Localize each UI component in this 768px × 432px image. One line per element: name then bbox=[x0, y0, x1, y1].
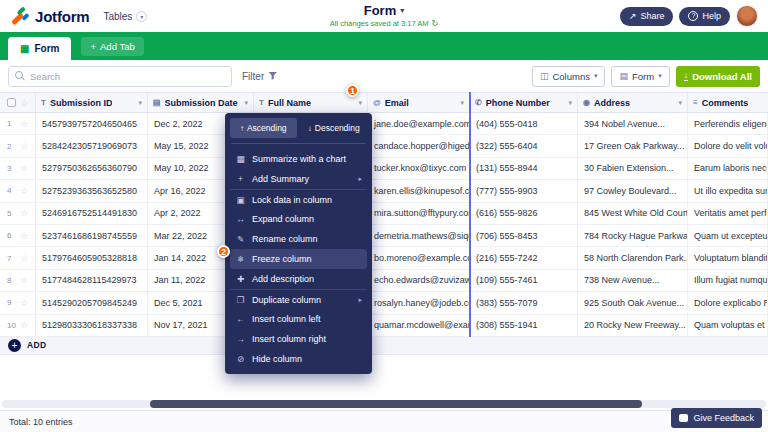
cell-address[interactable]: 58 North Clarendon Park... bbox=[578, 247, 688, 268]
select-all-checkbox[interactable] bbox=[7, 98, 16, 107]
cell-submission-id[interactable]: 5177484628115429973 bbox=[36, 270, 148, 291]
star-icon[interactable]: ☆ bbox=[20, 208, 28, 218]
cell-email[interactable]: rosalyn.haney@jodeb.com bbox=[368, 292, 470, 313]
table-row[interactable]: 2 ☆ 5284242305719069073 May 15, 2022 can… bbox=[0, 135, 768, 157]
cell-phone[interactable]: (777) 555-9903 bbox=[470, 180, 578, 201]
cell-phone[interactable]: (383) 555-7079 bbox=[470, 292, 578, 313]
column-menu-item[interactable]: ← Insert column left bbox=[230, 309, 367, 329]
column-menu-item[interactable]: ↔ Expand column bbox=[230, 209, 367, 229]
share-button[interactable]: ↗ Share bbox=[620, 7, 674, 26]
search-input[interactable] bbox=[30, 71, 225, 82]
star-icon[interactable]: ☆ bbox=[20, 186, 28, 196]
column-menu-item[interactable]: ▣ Lock data in column bbox=[230, 189, 367, 209]
column-menu-item[interactable]: ⊘ Hide column bbox=[230, 349, 367, 369]
sort-button[interactable]: ↑ Ascending bbox=[230, 118, 297, 138]
star-icon[interactable]: ☆ bbox=[20, 253, 28, 263]
cell-address[interactable]: 925 South Oak Avenue... bbox=[578, 292, 688, 313]
cell-address[interactable]: 30 Fabien Extension... bbox=[578, 158, 688, 179]
tables-menu-button[interactable]: Tables ▾ bbox=[103, 11, 147, 22]
star-icon[interactable]: ☆ bbox=[20, 320, 28, 330]
table-row[interactable]: 9 ☆ 5145290205709845249 Dec 5, 2021 rosa… bbox=[0, 292, 768, 314]
cell-comments[interactable]: Quam ut excepteur al... bbox=[688, 225, 768, 246]
cell-comments[interactable]: Voluptatum blanditiis... bbox=[688, 247, 768, 268]
column-menu-chevron[interactable]: ▾ bbox=[244, 99, 248, 107]
cell-email[interactable]: jane.doe@example.com bbox=[368, 113, 470, 134]
column-header-email[interactable]: @ Email ▾ bbox=[368, 93, 470, 112]
cell-submission-id[interactable]: 5275239363563652580 bbox=[36, 180, 148, 201]
add-tab-button[interactable]: + Add Tab bbox=[81, 37, 143, 56]
cell-phone[interactable]: (616) 555-9826 bbox=[470, 203, 578, 224]
avatar[interactable] bbox=[736, 5, 758, 27]
cell-phone[interactable]: (308) 555-1941 bbox=[470, 315, 578, 336]
add-row-button[interactable]: + ADD bbox=[0, 337, 768, 355]
cell-email[interactable]: demetria.mathews@siqe.c... bbox=[368, 225, 470, 246]
help-button[interactable]: ? Help bbox=[679, 7, 730, 26]
cell-comments[interactable]: Quam voluptas et vol... bbox=[688, 315, 768, 336]
cell-address[interactable]: 784 Rocky Hague Parkway... bbox=[578, 225, 688, 246]
column-menu-chevron[interactable]: ▾ bbox=[460, 99, 464, 107]
cell-comments[interactable]: Veritatis amet perfere... bbox=[688, 203, 768, 224]
form-view-button[interactable]: ▤ Form ▾ bbox=[611, 66, 669, 87]
star-icon[interactable]: ☆ bbox=[20, 275, 28, 285]
cell-email[interactable]: quamar.mcdowell@examp... bbox=[368, 315, 470, 336]
tab-form[interactable]: ▦ Form bbox=[8, 37, 71, 60]
cell-address[interactable]: 97 Cowley Boulevard... bbox=[578, 180, 688, 201]
column-menu-item[interactable]: ▦ Summarize with a chart bbox=[230, 149, 367, 169]
cell-submission-id[interactable]: 5284242305719069073 bbox=[36, 135, 148, 156]
cell-address[interactable]: 394 Nobel Avenue... bbox=[578, 113, 688, 134]
column-header-submission-id[interactable]: T Submission ID ▾ bbox=[36, 93, 148, 112]
table-row[interactable]: 7 ☆ 5179764605905328818 Jan 14, 2022 bo.… bbox=[0, 247, 768, 269]
cell-phone[interactable]: (706) 555-8453 bbox=[470, 225, 578, 246]
cell-comments[interactable]: Dolore do velit volupt... bbox=[688, 135, 768, 156]
cell-phone[interactable]: (216) 555-7242 bbox=[470, 247, 578, 268]
cell-address[interactable]: 17 Green Oak Parkway... bbox=[578, 135, 688, 156]
cell-submission-id[interactable]: 5179764605905328818 bbox=[36, 247, 148, 268]
column-header-comments[interactable]: ≡ Comments bbox=[688, 93, 768, 112]
title-chevron-icon[interactable]: ▾ bbox=[400, 6, 404, 15]
download-all-button[interactable]: ↓ Download All bbox=[676, 66, 760, 87]
column-menu-item[interactable]: ✎ Rename column bbox=[230, 229, 367, 249]
column-menu-item[interactable]: + Add Summary ▸ bbox=[230, 169, 367, 189]
cell-phone[interactable]: (131) 555-8944 bbox=[470, 158, 578, 179]
table-row[interactable]: 3 ☆ 5279750362656360790 May 10, 2022 tuc… bbox=[0, 158, 768, 180]
star-icon[interactable]: ☆ bbox=[20, 231, 28, 241]
cell-phone[interactable]: (322) 555-6404 bbox=[470, 135, 578, 156]
cell-comments[interactable]: Dolore explicabo Rer... bbox=[688, 292, 768, 313]
cell-address[interactable]: 738 New Avenue... bbox=[578, 270, 688, 291]
cell-email[interactable]: mira.sutton@fftypury.com bbox=[368, 203, 470, 224]
cell-submission-id[interactable]: 5246916752514491830 bbox=[36, 203, 148, 224]
star-icon[interactable]: ☆ bbox=[20, 298, 28, 308]
column-menu-chevron[interactable]: ▾ bbox=[678, 99, 682, 107]
scrollbar-thumb[interactable] bbox=[150, 400, 642, 408]
cell-phone[interactable]: (404) 555-0418 bbox=[470, 113, 578, 134]
columns-button[interactable]: ◫ Columns ▾ bbox=[532, 66, 606, 87]
column-menu-chevron[interactable]: ▾ bbox=[358, 99, 362, 107]
table-row[interactable]: 6 ☆ 5237461686198745559 Mar 22, 2022 dem… bbox=[0, 225, 768, 247]
cell-comments[interactable]: Perferendis eligendi e... bbox=[688, 113, 768, 134]
cell-submission-id[interactable]: 5279750362656360790 bbox=[36, 158, 148, 179]
column-menu-item[interactable]: ✚ Add description bbox=[230, 269, 367, 289]
cell-comments[interactable]: Earum laboris necessit... bbox=[688, 158, 768, 179]
column-header-phone[interactable]: ✆ Phone Number ▾ bbox=[470, 93, 578, 112]
table-row[interactable]: 1 ☆ 5457939757204650465 Dec 2, 2022 jane… bbox=[0, 113, 768, 135]
cell-email[interactable]: tucker.knox@tixyc.com bbox=[368, 158, 470, 179]
cell-address[interactable]: 20 Rocky New Freeway... bbox=[578, 315, 688, 336]
cell-email[interactable]: karen.ellis@kinupesof.com bbox=[368, 180, 470, 201]
sort-button[interactable]: ↓ Descending bbox=[301, 118, 368, 138]
cell-submission-id[interactable]: 5237461686198745559 bbox=[36, 225, 148, 246]
table-row[interactable]: 8 ☆ 5177484628115429973 Jan 11, 2022 ech… bbox=[0, 270, 768, 292]
column-menu-item[interactable]: ❄ Freeze column bbox=[230, 249, 367, 269]
jotform-logo[interactable]: Jotform bbox=[10, 6, 89, 26]
cell-submission-id[interactable]: 5145290205709845249 bbox=[36, 292, 148, 313]
column-menu-chevron[interactable]: ▾ bbox=[138, 99, 142, 107]
star-icon[interactable]: ☆ bbox=[20, 163, 28, 173]
cell-comments[interactable]: Illum fugiat numquam... bbox=[688, 270, 768, 291]
cell-email[interactable]: echo.edwards@zuvizawoq... bbox=[368, 270, 470, 291]
column-menu-chevron[interactable]: ▾ bbox=[568, 99, 572, 107]
table-row[interactable]: 4 ☆ 5275239363563652580 Apr 16, 2022 kar… bbox=[0, 180, 768, 202]
cell-address[interactable]: 845 West White Old Court... bbox=[578, 203, 688, 224]
table-row[interactable]: 10 ☆ 5129803330618337338 Nov 17, 2021 qu… bbox=[0, 315, 768, 337]
give-feedback-button[interactable]: Give Feedback bbox=[671, 408, 762, 428]
cell-submission-id[interactable]: 5129803330618337338 bbox=[36, 315, 148, 336]
star-icon[interactable]: ☆ bbox=[20, 141, 28, 151]
